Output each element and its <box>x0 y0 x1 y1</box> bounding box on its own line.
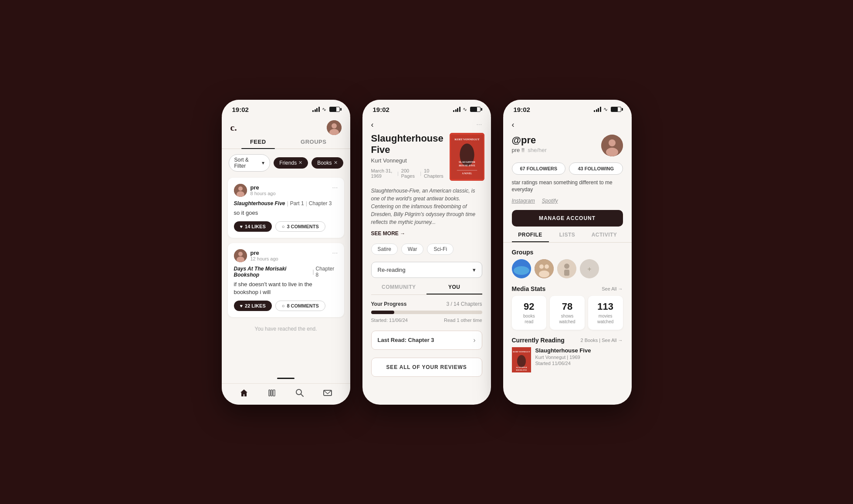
genre-scifi[interactable]: Sci-Fi <box>427 244 454 255</box>
post-time-1: 8 hours ago <box>250 191 276 196</box>
svg-text:+: + <box>587 265 591 273</box>
post-card-2: pre 12 hours ago ··· Days At The Morisak… <box>228 243 344 317</box>
profile-handle: @pre <box>512 135 547 146</box>
comments-label-2: 8 COMMENTS <box>287 303 318 308</box>
likes-label-1: 14 LIKES <box>245 224 266 229</box>
profile-back-button[interactable]: ‹ <box>512 120 515 129</box>
nav-search[interactable] <box>295 388 305 398</box>
sort-filter-btn[interactable]: Sort & Filter ▾ <box>229 154 271 172</box>
spotify-link[interactable]: Spotify <box>542 198 558 204</box>
group-avatar-3[interactable] <box>557 259 576 278</box>
books-read-label: booksread <box>515 313 543 325</box>
post-part-1: Part 1 <box>290 200 304 206</box>
see-more-link[interactable]: SEE MORE → <box>371 230 482 237</box>
post-card-1: pre 8 hours ago ··· Slaughterhouse Five … <box>228 178 344 238</box>
svg-text:KURT VONNEGUT: KURT VONNEGUT <box>454 137 480 140</box>
progress-other-times: Read 1 other time <box>444 318 482 323</box>
cr-see-all[interactable]: 2 Books | See All → <box>580 338 623 343</box>
cr-book-cover[interactable]: KURT VONNEGUT SLAUGHTER HOUSE-FIVE <box>512 347 531 372</box>
reading-status-dropdown[interactable]: Re-reading ▾ <box>371 262 482 278</box>
status-time-2: 19:02 <box>373 106 389 113</box>
signal-icon-1 <box>312 107 320 112</box>
profile-top: @pre pre !! she/her <box>503 132 632 161</box>
profile-avatar[interactable] <box>601 135 623 156</box>
community-you-tabs: COMMUNITY YOU <box>371 284 482 295</box>
cr-header: Currently Reading 2 Books | See All → <box>512 337 623 344</box>
see-all-reviews-btn[interactable]: SEE ALL OF YOUR REVIEWS <box>371 358 482 377</box>
following-btn[interactable]: 43 FOLLOWING <box>569 162 623 175</box>
genre-satire[interactable]: Satire <box>371 244 398 255</box>
tab-activity[interactable]: ACTIVITY <box>586 232 623 242</box>
avatar-svg-1 <box>327 120 342 135</box>
feed-header: c. <box>222 116 350 135</box>
book-description: Slaughterhouse-Five, an American classic… <box>362 187 491 230</box>
manage-account-btn[interactable]: MANAGE ACCOUNT <box>512 210 623 227</box>
tab-you[interactable]: YOU <box>426 284 482 294</box>
book-nav-bar: ‹ ··· <box>362 116 491 133</box>
followers-btn[interactable]: 67 FOLLOWERS <box>512 162 566 175</box>
post-avatar-svg-2 <box>234 249 247 262</box>
tab-lists[interactable]: LISTS <box>549 232 586 242</box>
svg-text:HOUSE-FIVE: HOUSE-FIVE <box>459 164 475 167</box>
nav-library[interactable] <box>267 388 277 398</box>
cr-title: Currently Reading <box>512 337 565 344</box>
nav-mail[interactable] <box>323 388 332 398</box>
book-menu[interactable]: ··· <box>476 121 482 129</box>
last-read-row[interactable]: Last Read: Chapter 3 › <box>371 331 482 350</box>
comment-btn-2[interactable]: ○ 8 COMMENTS <box>275 301 325 311</box>
svg-rect-33 <box>564 270 569 276</box>
heart-icon-2: ♥ <box>240 303 243 308</box>
user-avatar-1[interactable] <box>327 120 342 135</box>
svg-point-23 <box>609 139 616 146</box>
tab-profile[interactable]: PROFILE <box>512 232 549 242</box>
nav-home[interactable] <box>239 388 249 398</box>
last-read-chevron-icon: › <box>473 336 475 344</box>
likes-label-2: 22 LIKES <box>245 303 266 308</box>
post-book-title-2: Days At The Morisaki Bookshop <box>234 266 311 278</box>
movies-watched-label: movieswatched <box>592 313 619 325</box>
book-cover-art: KURT VONNEGUT SLAUGHTER HOUSE-FIVE A NOV… <box>450 135 484 179</box>
svg-point-12 <box>296 389 301 395</box>
post-text-2: if she doesn't want to live in the books… <box>234 281 338 296</box>
stat-shows: 78 showswatched <box>550 296 585 330</box>
group-avatar-2[interactable] <box>535 259 554 278</box>
wifi-icon-3: ∿ <box>603 106 608 112</box>
back-button[interactable]: ‹ <box>371 120 374 129</box>
svg-point-32 <box>564 264 569 269</box>
books-label: Books <box>317 160 332 166</box>
tab-feed[interactable]: FEED <box>230 139 286 149</box>
profile-content: ‹ @pre pre !! she/her <box>503 116 632 405</box>
post-book-info-2: Days At The Morisaki Bookshop | Chapter … <box>234 266 338 278</box>
svg-point-1 <box>332 123 337 129</box>
post-menu-1[interactable]: ··· <box>332 184 338 192</box>
post-avatar-2[interactable] <box>234 249 247 262</box>
wifi-icon-1: ∿ <box>322 106 326 112</box>
post-username-1: pre <box>250 184 276 191</box>
like-btn-2[interactable]: ♥ 22 LIKES <box>234 301 272 311</box>
instagram-link[interactable]: Instagram <box>512 198 535 204</box>
genre-war[interactable]: War <box>401 244 424 255</box>
progress-label: Your Progress 3 / 14 Chapters <box>371 301 482 307</box>
svg-text:A NOVEL: A NOVEL <box>462 172 472 174</box>
home-icon <box>239 388 249 398</box>
svg-point-26 <box>514 266 529 275</box>
stat-movies: 113 movieswatched <box>588 296 623 330</box>
like-btn-1[interactable]: ♥ 14 LIKES <box>234 221 272 232</box>
tab-groups[interactable]: GROUPS <box>286 139 342 149</box>
friends-filter-btn[interactable]: Friends ✕ <box>274 157 308 169</box>
wifi-icon-2: ∿ <box>463 106 467 112</box>
media-stats-see-all[interactable]: See All → <box>602 286 623 291</box>
group-avatar-1[interactable] <box>512 259 531 278</box>
friends-close-icon[interactable]: ✕ <box>298 160 302 166</box>
svg-point-24 <box>606 148 618 156</box>
books-filter-btn[interactable]: Books ✕ <box>311 157 343 169</box>
tab-community[interactable]: COMMUNITY <box>371 284 427 294</box>
group-avatar-4[interactable]: + <box>580 259 599 278</box>
post-menu-2[interactable]: ··· <box>332 249 338 257</box>
post-header-1: pre 8 hours ago ··· <box>234 184 338 197</box>
post-avatar-1[interactable] <box>234 184 247 197</box>
comment-btn-1[interactable]: ○ 3 COMMENTS <box>275 221 325 232</box>
books-close-icon[interactable]: ✕ <box>334 160 338 166</box>
svg-rect-20 <box>457 170 477 170</box>
svg-text:HOUSE-FIVE: HOUSE-FIVE <box>516 369 527 371</box>
